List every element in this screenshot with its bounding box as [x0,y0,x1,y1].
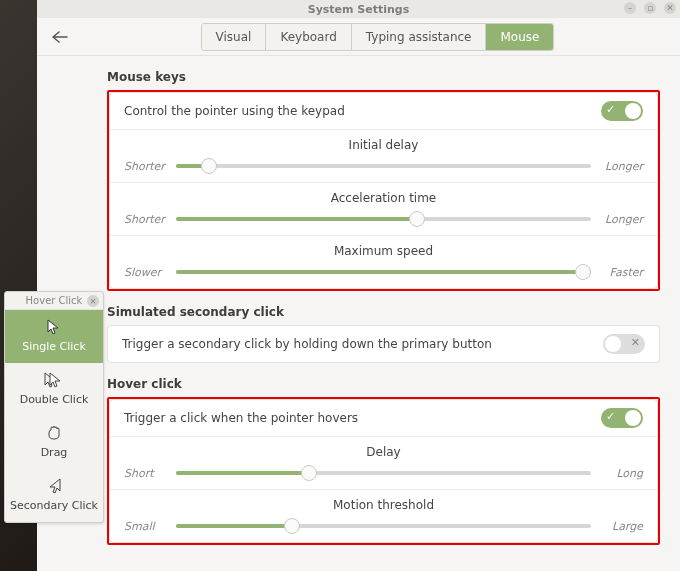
label-trigger-hover: Trigger a click when the pointer hovers [124,411,358,425]
tab-visual[interactable]: Visual [202,24,266,50]
toolbar: Visual Keyboard Typing assistance Mouse [37,18,680,56]
arrow-left-icon [52,31,68,43]
label-max-speed: Maximum speed [124,244,643,258]
toggle-control-pointer[interactable]: ✓ [601,101,643,121]
slider-min-thresh: Small [124,520,168,533]
tab-mouse[interactable]: Mouse [485,24,553,50]
label-initial-delay: Initial delay [124,138,643,152]
slider-min-speed: Slower [124,266,168,279]
double-cursor-icon [5,371,103,389]
minimize-icon[interactable]: – [624,2,636,14]
section-title-mouse-keys: Mouse keys [107,70,660,84]
cursor-icon [5,318,103,336]
hand-icon [5,424,103,442]
label-trigger-secondary: Trigger a secondary click by holding dow… [122,337,492,351]
slider-motion-threshold[interactable] [176,518,591,534]
hover-label-drag: Drag [5,446,103,459]
slider-min-initial-delay: Shorter [124,160,168,173]
window-title: System Settings [308,3,410,16]
slider-acceleration-time[interactable] [176,211,591,227]
slider-max-thresh: Large [599,520,643,533]
hover-item-drag[interactable]: Drag [5,416,103,469]
tab-typing-assistance[interactable]: Typing assistance [351,24,486,50]
hover-item-single-click[interactable]: Single Click [5,310,103,363]
slider-max-speed-r: Faster [599,266,643,279]
slider-hover-delay[interactable] [176,465,591,481]
hover-item-secondary-click[interactable]: Secondary Click [5,469,103,522]
x-icon: ✕ [631,336,640,349]
hover-label-secondary: Secondary Click [5,499,103,512]
tab-bar: Visual Keyboard Typing assistance Mouse [201,23,555,51]
hover-click-close-icon[interactable]: ✕ [87,295,99,307]
label-control-pointer: Control the pointer using the keypad [124,104,345,118]
settings-window: System Settings – ▫ ✕ Visual Keyboard Ty… [37,0,680,571]
content-area: Mouse keys Control the pointer using the… [37,56,680,571]
check-icon: ✓ [606,410,615,423]
slider-min-delay: Short [124,467,168,480]
secondary-cursor-icon [5,477,103,495]
label-hover-delay: Delay [124,445,643,459]
panel-mouse-keys: Control the pointer using the keypad ✓ I… [109,92,658,289]
check-icon: ✓ [606,103,615,116]
slider-max-delay: Long [599,467,643,480]
toggle-trigger-hover[interactable]: ✓ [601,408,643,428]
slider-max-initial-delay: Longer [599,160,643,173]
section-title-sim-secondary: Simulated secondary click [107,305,660,319]
slider-max-speed[interactable] [176,264,591,280]
titlebar: System Settings – ▫ ✕ [37,0,680,18]
section-title-hover-click: Hover click [107,377,660,391]
toggle-trigger-secondary[interactable]: ✕ [603,334,645,354]
highlight-mouse-keys: Control the pointer using the keypad ✓ I… [107,90,660,291]
close-icon[interactable]: ✕ [664,2,676,14]
hover-label-double: Double Click [5,393,103,406]
hover-item-double-click[interactable]: Double Click [5,363,103,416]
hover-click-panel: Hover Click ✕ Single Click Double Click … [4,291,104,523]
slider-min-accel: Shorter [124,213,168,226]
hover-click-title: Hover Click [26,295,83,306]
panel-hover-click: Trigger a click when the pointer hovers … [109,399,658,543]
hover-label-single: Single Click [5,340,103,353]
tab-keyboard[interactable]: Keyboard [265,24,350,50]
label-acceleration-time: Acceleration time [124,191,643,205]
slider-max-accel: Longer [599,213,643,226]
maximize-icon[interactable]: ▫ [644,2,656,14]
slider-initial-delay[interactable] [176,158,591,174]
back-button[interactable] [45,24,75,50]
panel-sim-secondary: Trigger a secondary click by holding dow… [107,325,660,363]
highlight-hover-click: Trigger a click when the pointer hovers … [107,397,660,545]
label-motion-threshold: Motion threshold [124,498,643,512]
hover-click-titlebar: Hover Click ✕ [5,292,103,310]
